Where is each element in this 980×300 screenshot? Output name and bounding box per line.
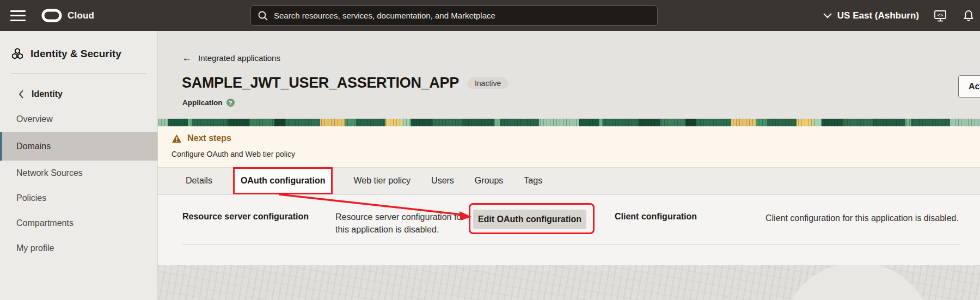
sidebar-item-policies[interactable]: Policies [0, 186, 157, 211]
oauth-configuration-panel: Resource server configuration Resource s… [158, 195, 980, 265]
decorative-footer-band [158, 265, 980, 300]
edit-oauth-configuration-button[interactable]: Edit OAuth configuration [473, 210, 586, 229]
cloud-shell-icon[interactable]: <> [933, 9, 947, 23]
sidebar-divider [11, 74, 146, 74]
sidebar-back-identity[interactable]: Identity [19, 89, 157, 99]
page-title-row: SAMPLE_JWT_USER_ASSERTION_APP Inactive [182, 75, 508, 91]
tab-oauth-configuration-highlight: OAuth configuration [233, 167, 333, 194]
back-arrow-icon: ← [182, 53, 192, 63]
decorative-banner-strip [158, 119, 980, 126]
topbar-right-group: US East (Ashburn) <> [823, 0, 976, 31]
notifications-bell-icon[interactable] [961, 9, 976, 23]
oracle-o-icon [41, 9, 62, 22]
page-title: SAMPLE_JWT_USER_ASSERTION_APP [182, 75, 459, 91]
tab-oauth-configuration[interactable]: OAuth configuration [241, 176, 326, 186]
search-icon [258, 10, 268, 21]
region-label: US East (Ashburn) [837, 10, 919, 21]
hamburger-menu-icon[interactable] [10, 9, 26, 22]
oracle-cloud-logo[interactable]: Cloud [41, 9, 94, 22]
help-icon[interactable]: ? [226, 99, 235, 107]
next-steps-title: Next steps [187, 133, 231, 143]
sidebar-back-label: Identity [32, 89, 63, 99]
resource-server-configuration-description: Resource server configuration for this a… [335, 211, 473, 236]
client-configuration-description: Client configuration for this applicatio… [765, 212, 959, 224]
tab-groups[interactable]: Groups [475, 176, 503, 186]
main-content: ← Integrated applications SAMPLE_JWT_USE… [158, 31, 980, 300]
tab-details[interactable]: Details [186, 176, 212, 186]
client-configuration-label: Client configuration [615, 212, 697, 222]
next-steps-banner: Next steps Configure OAuth and Web tier … [158, 126, 980, 167]
breadcrumb-integrated-applications[interactable]: ← Integrated applications [182, 53, 280, 63]
tab-web-tier-policy[interactable]: Web tier policy [353, 176, 411, 186]
resource-server-configuration-label: Resource server configuration [182, 212, 309, 222]
status-badge: Inactive [468, 77, 508, 89]
tab-bar: Details OAuth configuration Web tier pol… [158, 167, 980, 194]
sidebar-item-domains[interactable]: Domains [0, 132, 157, 161]
actions-button[interactable]: Act [958, 75, 980, 98]
sidebar: Identity & Security Identity Overview Do… [0, 31, 158, 300]
breadcrumb-label: Integrated applications [198, 53, 280, 63]
sidebar-item-my-profile[interactable]: My profile [0, 236, 157, 261]
identity-security-icon [11, 47, 24, 60]
brand-label: Cloud [68, 10, 94, 21]
sidebar-item-overview[interactable]: Overview [0, 107, 157, 132]
content-divider [182, 244, 960, 245]
next-steps-message: Configure OAuth and Web tier policy [171, 150, 295, 158]
sidebar-nav: Overview Domains Network Sources Policie… [0, 107, 157, 261]
tab-users[interactable]: Users [431, 176, 454, 186]
global-search[interactable] [250, 5, 658, 26]
search-input[interactable] [274, 11, 651, 20]
sidebar-item-compartments[interactable]: Compartments [0, 211, 157, 236]
subtitle-row: Application ? [182, 99, 235, 107]
sidebar-title: Identity & Security [30, 48, 121, 60]
svg-text:<>: <> [938, 12, 944, 17]
resource-type-label: Application [182, 99, 223, 107]
sidebar-item-network-sources[interactable]: Network Sources [0, 161, 157, 186]
tab-tags[interactable]: Tags [524, 176, 542, 186]
chevron-down-icon [823, 13, 832, 19]
chevron-left-icon [19, 90, 24, 99]
top-bar: Cloud US East (Ashburn) <> [0, 0, 980, 31]
sidebar-header: Identity & Security [0, 31, 157, 60]
warning-icon [171, 134, 182, 143]
oracle-cloud-console: Cloud US East (Ashburn) <> [0, 0, 980, 300]
region-selector[interactable]: US East (Ashburn) [823, 10, 919, 21]
